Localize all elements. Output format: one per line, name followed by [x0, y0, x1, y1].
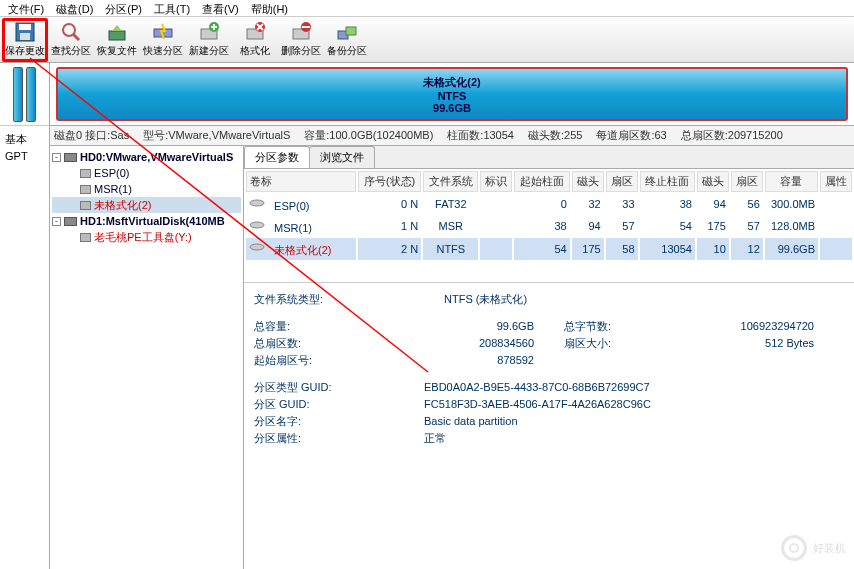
- volume-icon: [80, 185, 91, 194]
- tab-browse-files[interactable]: 浏览文件: [309, 146, 375, 168]
- info-part-guid: FC518F3D-3AEB-4506-A17F-4A26A628C96C: [364, 396, 651, 413]
- table-row[interactable]: 未格式化(2)2 NNTFS541755813054101299.6GB: [246, 238, 852, 260]
- col-id[interactable]: 标识: [480, 171, 512, 192]
- info-part-name: Basic data partition: [364, 413, 518, 430]
- delete-icon: [290, 21, 312, 43]
- disk-bar-icon: [26, 67, 36, 122]
- menu-disk[interactable]: 磁盘(D): [50, 1, 99, 15]
- format-label: 格式化: [240, 44, 270, 58]
- collapse-icon[interactable]: -: [52, 153, 61, 162]
- left-panel: 基本 GPT: [0, 63, 50, 569]
- recover-label: 恢复文件: [97, 44, 137, 58]
- partition-block-unformatted[interactable]: 未格式化(2) NTFS 99.6GB: [56, 67, 848, 121]
- quick-label: 快速分区: [143, 44, 183, 58]
- backup-label: 备份分区: [327, 44, 367, 58]
- tree-disk-hd1[interactable]: -HD1:MsftVirtualDisk(410MB: [52, 213, 241, 229]
- svg-rect-2: [20, 33, 30, 40]
- svg-rect-13: [302, 26, 310, 28]
- menu-bar: 文件(F) 磁盘(D) 分区(P) 工具(T) 查看(V) 帮助(H): [0, 0, 854, 17]
- menu-file[interactable]: 文件(F): [2, 1, 50, 15]
- status-heads: 磁头数:255: [528, 128, 582, 143]
- info-total-cap: 99.6GB: [364, 318, 564, 335]
- tree-disk-hd0[interactable]: -HD0:VMware,VMwareVirtualS: [52, 149, 241, 165]
- info-type-guid-label: 分区类型 GUID:: [254, 379, 364, 396]
- status-model: 型号:VMware,VMwareVirtualS: [143, 128, 290, 143]
- delete-label: 删除分区: [281, 44, 321, 58]
- volume-icon: [249, 196, 271, 210]
- magnifier-icon: [60, 21, 82, 43]
- col-cap[interactable]: 容量: [765, 171, 818, 192]
- new-partition-button[interactable]: 新建分区: [186, 18, 232, 62]
- quick-partition-button[interactable]: 快速分区: [140, 18, 186, 62]
- tree-part-unformatted[interactable]: 未格式化(2): [52, 197, 241, 213]
- disk-status-bar: 磁盘0 接口:Sas 型号:VMware,VMwareVirtualS 容量:1…: [50, 125, 854, 146]
- col-fs[interactable]: 文件系统: [423, 171, 478, 192]
- svg-point-16: [250, 200, 264, 206]
- block-size: 99.6GB: [433, 102, 471, 114]
- watermark: 好装机: [781, 535, 846, 561]
- disk-tree[interactable]: -HD0:VMware,VMwareVirtualS ESP(0) MSR(1)…: [50, 146, 244, 569]
- status-sectors-per-track: 每道扇区数:63: [596, 128, 666, 143]
- find-label: 查找分区: [51, 44, 91, 58]
- svg-line-4: [73, 34, 79, 40]
- hdd-icon: [64, 153, 77, 162]
- save-changes-button[interactable]: 保存更改: [2, 18, 48, 62]
- format-icon: [244, 21, 266, 43]
- info-bytes: 106923294720: [644, 318, 814, 335]
- backup-partition-button[interactable]: 备份分区: [324, 18, 370, 62]
- col-es[interactable]: 扇区: [731, 171, 763, 192]
- format-button[interactable]: 格式化: [232, 18, 278, 62]
- info-type-guid: EBD0A0A2-B9E5-4433-87C0-68B6B72699C7: [364, 379, 650, 396]
- gpt-label: GPT: [5, 150, 44, 162]
- floppy-disk-icon: [14, 21, 36, 43]
- table-row[interactable]: ESP(0)0 NFAT3203233389456300.0MB: [246, 194, 852, 214]
- col-sh[interactable]: 磁头: [572, 171, 604, 192]
- recover-icon: [106, 21, 128, 43]
- col-ss[interactable]: 扇区: [606, 171, 638, 192]
- svg-point-17: [250, 222, 264, 228]
- col-ec[interactable]: 终止柱面: [640, 171, 695, 192]
- tree-part-msr[interactable]: MSR(1): [52, 181, 241, 197]
- info-part-guid-label: 分区 GUID:: [254, 396, 364, 413]
- info-fs-label: 文件系统类型:: [254, 291, 364, 308]
- status-capacity: 容量:100.0GB(102400MB): [304, 128, 433, 143]
- svg-rect-5: [109, 31, 125, 40]
- volume-icon: [80, 201, 91, 210]
- col-attr[interactable]: 属性: [820, 171, 852, 192]
- partition-map[interactable]: 未格式化(2) NTFS 99.6GB: [50, 63, 854, 125]
- collapse-icon[interactable]: -: [52, 217, 61, 226]
- info-part-attr: 正常: [364, 430, 446, 447]
- info-start-sector: 878592: [364, 352, 564, 369]
- info-start-sector-label: 起始扇区号:: [254, 352, 364, 369]
- col-eh[interactable]: 磁头: [697, 171, 729, 192]
- volume-icon: [80, 169, 91, 178]
- svg-point-18: [250, 244, 264, 250]
- menu-view[interactable]: 查看(V): [196, 1, 245, 15]
- col-label[interactable]: 卷标: [246, 171, 356, 192]
- info-sector-size-label: 扇区大小:: [564, 335, 644, 352]
- find-partition-button[interactable]: 查找分区: [48, 18, 94, 62]
- col-sc[interactable]: 起始柱面: [514, 171, 569, 192]
- menu-help[interactable]: 帮助(H): [245, 1, 294, 15]
- status-cylinders: 柱面数:13054: [447, 128, 514, 143]
- backup-icon: [336, 21, 358, 43]
- delete-partition-button[interactable]: 删除分区: [278, 18, 324, 62]
- block-fs: NTFS: [438, 90, 467, 102]
- tree-part-esp[interactable]: ESP(0): [52, 165, 241, 181]
- menu-tool[interactable]: 工具(T): [148, 1, 196, 15]
- partition-info: 文件系统类型:NTFS (未格式化) 总容量:99.6GB总字节数:106923…: [244, 282, 854, 455]
- tab-bar: 分区参数 浏览文件: [244, 146, 854, 169]
- volume-icon: [249, 218, 271, 232]
- recover-file-button[interactable]: 恢复文件: [94, 18, 140, 62]
- partition-table: 卷标 序号(状态) 文件系统 标识 起始柱面 磁头 扇区 终止柱面 磁头 扇区 …: [244, 169, 854, 262]
- disk-thumbnail[interactable]: [0, 63, 49, 125]
- svg-rect-15: [346, 27, 356, 35]
- volume-icon: [249, 240, 271, 254]
- basic-label: 基本: [5, 132, 44, 147]
- tab-partition-params[interactable]: 分区参数: [244, 146, 310, 168]
- col-seq[interactable]: 序号(状态): [358, 171, 421, 192]
- tree-part-petools[interactable]: 老毛桃PE工具盘(Y:): [52, 229, 241, 245]
- info-total-cap-label: 总容量:: [254, 318, 364, 335]
- table-row[interactable]: MSR(1)1 NMSR3894575417557128.0MB: [246, 216, 852, 236]
- menu-partition[interactable]: 分区(P): [99, 1, 148, 15]
